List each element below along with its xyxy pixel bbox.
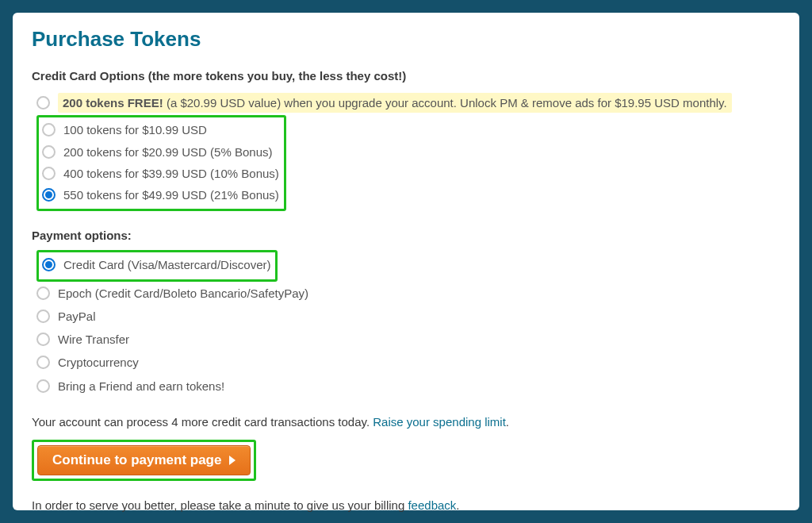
radio-icon[interactable] <box>42 123 56 137</box>
continue-button[interactable]: Continue to payment page <box>37 445 251 475</box>
radio-icon[interactable] <box>42 258 56 271</box>
transaction-limit-line: Your account can process 4 more credit c… <box>32 415 780 429</box>
radio-icon[interactable] <box>36 379 50 393</box>
cc-option-label: 200 tokens for $20.99 USD (5% Bonus) <box>63 143 272 161</box>
payment-options-heading: Payment options: <box>32 229 780 242</box>
cc-option-2[interactable]: 400 tokens for $39.99 USD (10% Bonus) <box>42 163 279 184</box>
chevron-right-icon <box>229 456 236 465</box>
payment-options-group: Credit Card (Visa/Mastercard/Discover) E… <box>36 250 780 398</box>
cc-option-3[interactable]: 550 tokens for $49.99 USD (21% Bonus) <box>42 184 279 206</box>
page-title: Purchase Tokens <box>32 27 780 52</box>
payment-highlight: Credit Card (Visa/Mastercard/Discover) <box>36 250 278 281</box>
cc-options-highlight: 100 tokens for $10.99 USD 200 tokens for… <box>36 115 286 211</box>
payment-option-label: Bring a Friend and earn tokens! <box>58 377 224 395</box>
raise-limit-link[interactable]: Raise your spending limit <box>373 415 506 429</box>
continue-button-highlight: Continue to payment page <box>32 440 256 481</box>
radio-icon[interactable] <box>36 286 50 300</box>
continue-button-label: Continue to payment page <box>52 452 221 468</box>
radio-icon[interactable] <box>42 167 56 180</box>
cc-option-0[interactable]: 100 tokens for $10.99 USD <box>42 119 279 140</box>
payment-option-crypto[interactable]: Cryptocurrency <box>36 351 780 374</box>
cc-option-label: 400 tokens for $39.99 USD (10% Bonus) <box>63 164 279 183</box>
radio-icon[interactable] <box>36 333 50 346</box>
payment-option-wire[interactable]: Wire Transfer <box>36 328 780 351</box>
payment-option-label: Credit Card (Visa/Mastercard/Discover) <box>63 256 270 274</box>
radio-icon[interactable] <box>42 145 56 159</box>
billing-feedback-line: In order to serve you better, please tak… <box>32 498 780 512</box>
radio-icon[interactable] <box>42 188 56 202</box>
cc-option-label: 550 tokens for $49.99 USD (21% Bonus) <box>63 186 279 204</box>
purchase-tokens-card: Purchase Tokens Credit Card Options (the… <box>13 13 799 510</box>
payment-option-label: Wire Transfer <box>58 330 129 348</box>
cc-options-group: 200 tokens FREE! (a $20.99 USD value) wh… <box>36 90 780 211</box>
promo-label: 200 tokens FREE! (a $20.99 USD value) wh… <box>58 93 732 113</box>
radio-icon[interactable] <box>36 96 50 110</box>
cc-option-label: 100 tokens for $10.99 USD <box>63 121 207 139</box>
cc-option-1[interactable]: 200 tokens for $20.99 USD (5% Bonus) <box>42 141 279 163</box>
radio-icon[interactable] <box>36 310 50 323</box>
payment-option-referral[interactable]: Bring a Friend and earn tokens! <box>36 375 780 398</box>
radio-icon[interactable] <box>36 356 50 369</box>
payment-option-epoch[interactable]: Epoch (Credit Card/Boleto Bancario/Safet… <box>36 282 780 305</box>
payment-option-label: Cryptocurrency <box>58 353 139 371</box>
payment-option-cc[interactable]: Credit Card (Visa/Mastercard/Discover) <box>42 254 270 275</box>
payment-option-label: Epoch (Credit Card/Boleto Bancario/Safet… <box>58 284 308 302</box>
feedback-link[interactable]: feedback <box>408 498 456 512</box>
payment-option-label: PayPal <box>58 307 96 325</box>
cc-options-heading: Credit Card Options (the more tokens you… <box>32 69 780 83</box>
payment-option-paypal[interactable]: PayPal <box>36 305 780 328</box>
cc-option-promo[interactable]: 200 tokens FREE! (a $20.99 USD value) wh… <box>36 90 780 115</box>
